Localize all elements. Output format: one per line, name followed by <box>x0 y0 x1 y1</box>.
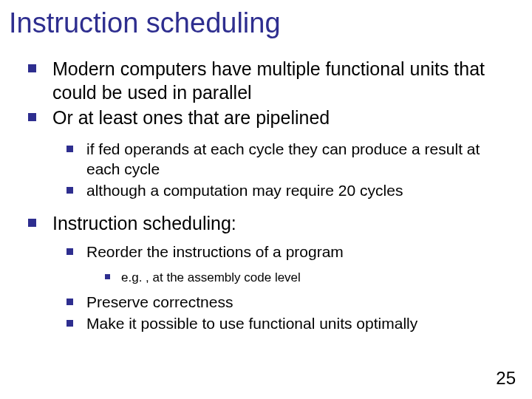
list-item: Reorder the instructions of a program <box>15 242 517 262</box>
list-item: Preserve correctness <box>15 293 517 313</box>
slide-title: Instruction scheduling <box>0 0 532 39</box>
bullet-text: e.g. , at the assembly code level <box>121 270 301 286</box>
list-item: e.g. , at the assembly code level <box>15 270 517 286</box>
bullet-text: Reorder the instructions of a program <box>86 242 344 262</box>
bullet-text: Instruction scheduling: <box>52 211 236 235</box>
bullet-text: Preserve correctness <box>86 293 233 313</box>
list-item: although a computation may require 20 cy… <box>15 181 517 201</box>
list-item: if fed operands at each cycle they can p… <box>15 140 517 180</box>
square-bullet-icon <box>105 274 110 279</box>
square-bullet-icon <box>28 219 36 227</box>
page-number: 25 <box>496 368 516 389</box>
square-bullet-icon <box>66 248 73 255</box>
square-bullet-icon <box>66 146 73 152</box>
bullet-text: Modern computers have multiple functiona… <box>52 57 517 104</box>
bullet-text: although a computation may require 20 cy… <box>86 181 403 201</box>
square-bullet-icon <box>28 64 36 72</box>
list-item: Instruction scheduling: <box>15 211 517 235</box>
list-item: Or at least ones that are pipelined <box>15 106 517 129</box>
list-item: Make it possible to use functional units… <box>15 314 517 334</box>
bullet-text: Or at least ones that are pipelined <box>52 106 330 129</box>
bullet-text: if fed operands at each cycle they can p… <box>86 140 517 180</box>
slide-content: Modern computers have multiple functiona… <box>0 39 532 334</box>
square-bullet-icon <box>66 320 73 327</box>
list-item: Modern computers have multiple functiona… <box>15 57 517 104</box>
square-bullet-icon <box>66 187 73 194</box>
square-bullet-icon <box>28 113 36 121</box>
bullet-text: Make it possible to use functional units… <box>86 314 417 334</box>
square-bullet-icon <box>66 299 73 305</box>
